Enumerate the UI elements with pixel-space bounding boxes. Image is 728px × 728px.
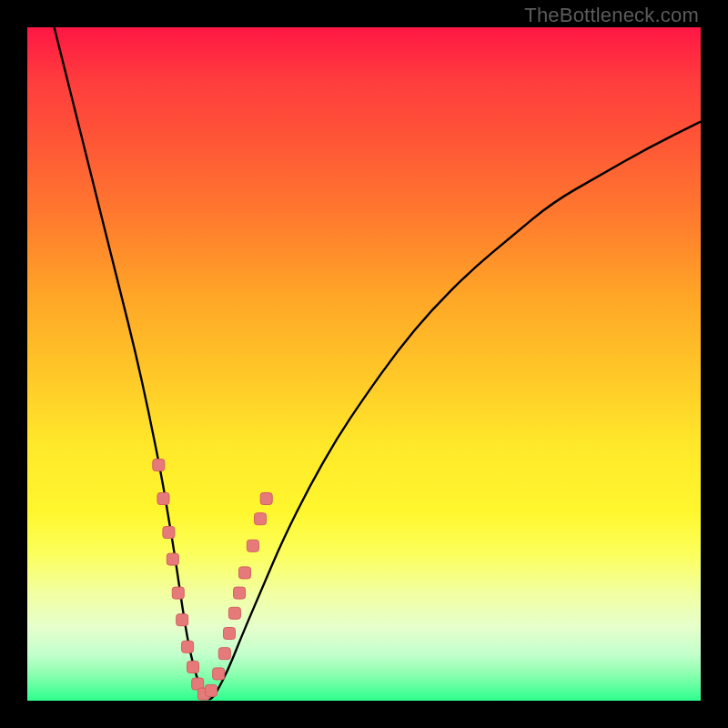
curve-marker xyxy=(260,493,272,505)
watermark-text: TheBottleneck.com xyxy=(524,4,699,27)
curve-marker xyxy=(218,648,230,660)
bottleneck-curve-line xyxy=(55,27,701,699)
curve-marker xyxy=(239,567,251,579)
curve-marker xyxy=(234,587,246,599)
chart-frame: TheBottleneck.com xyxy=(0,0,728,728)
curve-marker xyxy=(163,527,175,539)
curve-marker xyxy=(167,553,178,565)
curve-marker xyxy=(153,460,165,471)
curve-marker xyxy=(206,684,217,696)
curve-marker xyxy=(177,614,188,626)
curve-marker xyxy=(182,641,194,652)
curve-markers xyxy=(153,460,272,701)
bottleneck-curve-svg xyxy=(27,27,701,701)
curve-marker xyxy=(224,628,236,640)
curve-marker xyxy=(157,493,169,505)
curve-marker xyxy=(247,540,258,551)
curve-marker xyxy=(228,607,240,619)
plot-area xyxy=(27,27,701,701)
curve-marker xyxy=(187,662,199,673)
curve-marker xyxy=(213,668,225,680)
curve-marker xyxy=(255,513,267,525)
curve-marker xyxy=(172,587,184,599)
